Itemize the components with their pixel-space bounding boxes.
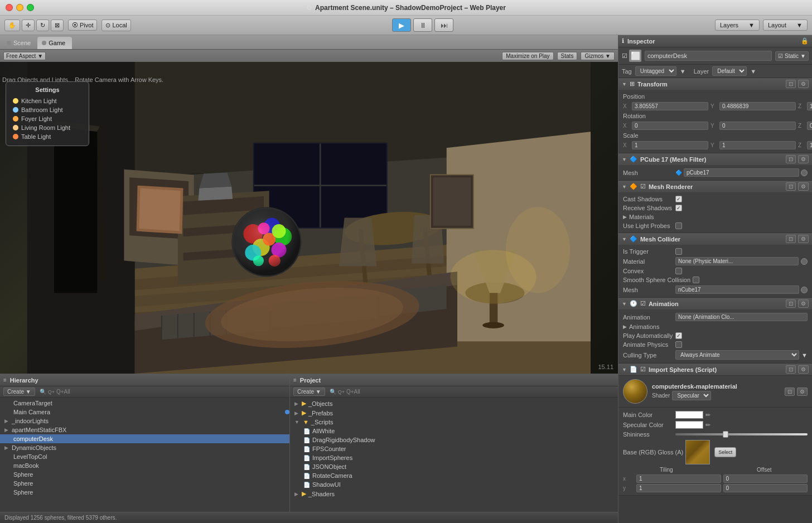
play-auto-checkbox[interactable]: ✓ — [675, 332, 682, 339]
list-item[interactable]: 📄 RotateCamera — [290, 471, 618, 480]
move-tool-button[interactable]: ✛ — [22, 20, 35, 31]
collider-mesh-selector[interactable] — [801, 287, 808, 293]
list-item[interactable]: ▶ _Shaders — [290, 489, 618, 498]
smooth-sphere-checkbox[interactable] — [693, 277, 699, 283]
list-item[interactable]: apartMentStaticFBX — [0, 425, 289, 434]
minimize-button[interactable] — [16, 4, 23, 11]
pivot-button[interactable]: ⦿ Pivot — [68, 20, 97, 31]
copy-button[interactable]: ⊡ — [786, 182, 796, 191]
hierarchy-create-button[interactable]: Create ▼ — [3, 388, 35, 396]
close-button[interactable] — [6, 4, 13, 11]
aspect-dropdown[interactable]: Free Aspect ▼ — [3, 52, 46, 60]
specular-color-swatch[interactable] — [675, 421, 703, 429]
object-active-checkbox[interactable]: ☑ — [622, 52, 627, 60]
settings-button[interactable]: ⚙ — [798, 299, 809, 308]
list-item-selected[interactable]: computerDesk — [0, 434, 289, 443]
scale-tool-button[interactable]: ⊠ — [51, 20, 64, 31]
local-button[interactable]: ⊙ Local — [102, 20, 130, 31]
copy-button[interactable]: ⊡ — [786, 80, 796, 88]
rotation-x-input[interactable] — [632, 122, 708, 130]
main-color-swatch[interactable] — [675, 411, 703, 419]
convex-checkbox[interactable] — [675, 268, 682, 274]
use-light-probes-checkbox[interactable] — [675, 222, 682, 229]
tiling-y-input[interactable] — [636, 484, 721, 492]
settings-button[interactable]: ⚙ — [798, 365, 809, 374]
list-item[interactable]: 📄 JSONObject — [290, 462, 618, 471]
settings-item-kitchen[interactable]: Kitchen Light — [13, 96, 82, 105]
lock-icon[interactable]: 🔒 — [801, 37, 809, 45]
rotate-tool-button[interactable]: ↻ — [36, 20, 49, 31]
position-x-input[interactable] — [632, 102, 708, 110]
settings-button[interactable]: ⚙ — [798, 155, 809, 163]
scale-z-input[interactable] — [807, 141, 812, 149]
offset-y-input[interactable] — [723, 484, 808, 492]
mesh-collider-header[interactable]: 🔷 Mesh Collider ⊡ ⚙ — [618, 233, 812, 245]
animate-physics-checkbox[interactable] — [675, 341, 682, 348]
select-texture-button[interactable]: Select — [714, 447, 736, 457]
layers-dropdown[interactable]: Layers ▼ — [715, 20, 760, 31]
gizmos-button[interactable]: Gizmos ▼ — [581, 52, 615, 60]
script-checkbox[interactable]: ☑ — [640, 366, 646, 373]
list-item[interactable]: Sphere — [0, 470, 289, 479]
mesh-renderer-header[interactable]: 🔶 ☑ Mesh Renderer ⊡ ⚙ — [618, 181, 812, 192]
material-input[interactable] — [675, 257, 799, 265]
layer-select[interactable]: Default — [712, 66, 747, 76]
mesh-value-input[interactable] — [684, 168, 799, 177]
list-item[interactable]: 📄 DragRigidbodyShadow — [290, 435, 618, 444]
list-item[interactable]: Sphere — [0, 479, 289, 488]
settings-item-foyer[interactable]: Foyer Light — [13, 114, 82, 123]
stats-button[interactable]: Stats — [557, 52, 578, 60]
animation-header[interactable]: 🕐 ☑ Animation ⊡ ⚙ — [618, 298, 812, 309]
project-create-button[interactable]: Create ▼ — [293, 388, 325, 396]
tag-select[interactable]: Untagged — [635, 66, 676, 76]
animation-checkbox[interactable]: ☑ — [640, 300, 646, 307]
scale-x-input[interactable] — [632, 141, 708, 149]
offset-x-input[interactable] — [723, 474, 808, 483]
settings-button[interactable]: ⚙ — [798, 235, 809, 243]
game-view[interactable]: Free Aspect ▼ Maximize on Play Stats Giz… — [0, 50, 618, 374]
settings-button[interactable]: ⚙ — [798, 80, 809, 88]
list-item[interactable]: macBook — [0, 461, 289, 470]
scale-y-input[interactable] — [719, 141, 796, 149]
list-item[interactable]: 📄 FPSCounter — [290, 444, 618, 453]
list-item[interactable]: 📄 ShadowUI — [290, 480, 618, 489]
list-item[interactable]: CameraTarget — [0, 399, 289, 408]
list-item[interactable]: 📄 AllWhite — [290, 427, 618, 435]
tab-game[interactable]: Game — [37, 37, 72, 49]
shininess-slider[interactable] — [675, 433, 808, 435]
texture-preview[interactable] — [685, 440, 710, 464]
maximize-on-play-button[interactable]: Maximize on Play — [502, 52, 553, 60]
copy-button[interactable]: ⊡ — [786, 299, 796, 308]
receive-shadows-checkbox[interactable]: ✓ — [675, 205, 682, 211]
is-trigger-checkbox[interactable] — [675, 248, 682, 255]
copy-button[interactable]: ⊡ — [786, 365, 796, 374]
transform-header[interactable]: ⊞ Transform ⊡ ⚙ — [618, 78, 812, 90]
settings-item-bathroom[interactable]: Bathroom Light — [13, 105, 82, 114]
copy-button[interactable]: ⊡ — [785, 388, 795, 396]
maximize-button[interactable] — [27, 4, 34, 11]
shader-select[interactable]: Specular — [672, 391, 711, 400]
hand-tool-button[interactable]: ✋ — [4, 20, 20, 31]
tab-scene[interactable]: Scene — [2, 37, 37, 49]
static-checkbox[interactable]: ☑ Static ▼ — [775, 51, 809, 61]
position-z-input[interactable] — [807, 102, 812, 110]
import-spheres-header[interactable]: 📄 ☑ Import Spheres (Script) ⊡ ⚙ — [618, 364, 812, 375]
mesh-renderer-checkbox[interactable]: ☑ — [640, 183, 646, 190]
play-button[interactable]: ▶ — [392, 18, 411, 32]
color-picker-icon[interactable]: ✏ — [705, 411, 710, 419]
cast-shadows-checkbox[interactable]: ✓ — [675, 196, 682, 202]
list-item[interactable]: ▶ _Objects — [290, 399, 618, 408]
settings-item-table[interactable]: Table Light — [13, 132, 82, 141]
list-item[interactable]: ▶ _Prefabs — [290, 408, 618, 418]
rotation-z-input[interactable] — [807, 122, 812, 130]
layout-dropdown[interactable]: Layout ▼ — [763, 20, 808, 31]
mesh-filter-header[interactable]: 🔷 PCube 17 (Mesh Filter) ⊡ ⚙ — [618, 153, 812, 165]
rotation-y-input[interactable] — [719, 122, 796, 130]
settings-button[interactable]: ⚙ — [797, 388, 808, 396]
list-item[interactable]: Sphere — [0, 488, 289, 497]
pause-button[interactable]: ⏸ — [413, 18, 432, 32]
step-button[interactable]: ⏭ — [434, 18, 453, 32]
color-picker-icon[interactable]: ✏ — [705, 422, 710, 429]
list-item[interactable]: LevelTopCol — [0, 452, 289, 461]
list-item[interactable]: 📄 ImportSpheres — [290, 453, 618, 462]
